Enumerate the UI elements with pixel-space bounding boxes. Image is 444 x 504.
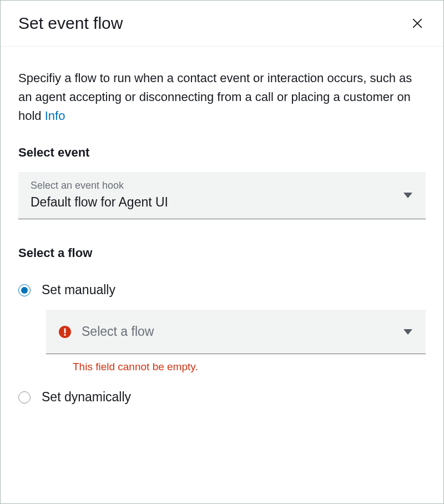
svg-rect-4 [64,328,66,333]
radio-set-manually-label: Set manually [42,283,115,298]
flow-error-message: This field cannot be empty. [73,361,426,373]
flow-dropdown-placeholder: Select a flow [82,324,154,339]
manual-flow-nested: Select a flow This field cannot be empty… [46,310,426,373]
select-event-label: Select event [18,145,426,160]
svg-marker-6 [403,329,412,335]
event-hook-value: Default flow for Agent UI [31,195,415,210]
caret-down-icon [403,190,412,200]
set-event-flow-panel: Set event flow Specifiy a flow to run wh… [0,0,444,504]
svg-marker-2 [403,193,412,198]
description-text: Specifiy a flow to run when a contact ev… [18,71,412,123]
flow-dropdown[interactable]: Select a flow [46,310,426,354]
panel-header: Set event flow [1,1,443,47]
panel-description: Specifiy a flow to run when a contact ev… [18,69,426,125]
event-hook-dropdown[interactable]: Select an event hook Default flow for Ag… [18,172,426,219]
radio-set-manually[interactable] [18,284,31,296]
radio-set-dynamically[interactable] [18,391,31,404]
info-link[interactable]: Info [45,109,65,123]
caret-down-icon [403,327,412,337]
panel-body: Specifiy a flow to run when a contact ev… [1,47,443,405]
select-flow-label: Select a flow [18,246,426,260]
error-icon [58,325,72,339]
radio-set-dynamically-label: Set dynamically [42,390,131,405]
svg-rect-5 [64,334,66,336]
radio-dot-icon [21,287,28,294]
close-icon [411,23,423,31]
event-hook-caption: Select an event hook [31,180,415,191]
close-button[interactable] [409,15,426,32]
radio-set-dynamically-row[interactable]: Set dynamically [18,390,426,405]
panel-title: Set event flow [18,14,123,33]
radio-set-manually-row[interactable]: Set manually [18,283,426,298]
